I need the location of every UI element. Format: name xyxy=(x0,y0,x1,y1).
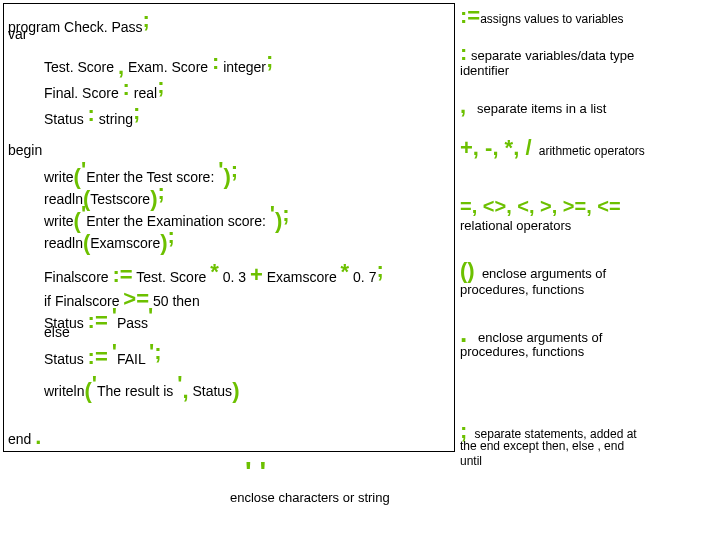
code-box: program Check. Pass; var Test. Score , E… xyxy=(3,3,455,452)
sym: ; xyxy=(157,73,164,99)
text: Test. Score xyxy=(136,269,206,285)
sym: ' xyxy=(81,201,86,227)
text: Enter the Examination score: xyxy=(86,213,266,229)
sym: ; xyxy=(168,223,175,249)
sym: ; xyxy=(143,7,150,33)
code-line-5: Status : string; xyxy=(44,104,140,130)
sym: . xyxy=(35,424,41,450)
text: if Finalscore xyxy=(44,293,119,309)
sym: ) xyxy=(232,378,239,404)
legend-quote-sym: ' ' xyxy=(245,456,266,488)
sym: : xyxy=(460,40,467,65)
sym: +, -, *, / xyxy=(460,135,532,160)
legend-dot2: procedures, functions xyxy=(460,344,584,359)
text: writeln xyxy=(44,383,84,399)
text: string xyxy=(99,111,133,127)
text: 0. 7 xyxy=(353,269,376,285)
text: Finalscore xyxy=(44,269,109,285)
sym: ( xyxy=(84,378,91,404)
text: Examscore xyxy=(90,235,160,251)
sym: + xyxy=(250,262,263,288)
text: procedures, functions xyxy=(460,344,584,359)
sym: := xyxy=(112,262,132,288)
code-line-2: var xyxy=(8,26,27,42)
legend-paren: () enclose arguments of xyxy=(460,258,606,284)
sym: : xyxy=(123,75,130,101)
sym: ' xyxy=(148,303,153,329)
sym: := xyxy=(460,3,480,28)
sym: ; xyxy=(231,157,238,183)
code-line-4: Final. Score : real; xyxy=(44,78,165,104)
sym: ' ' xyxy=(245,456,266,487)
text: enclose arguments of xyxy=(478,330,602,345)
text: relational operators xyxy=(460,218,571,233)
text: 50 then xyxy=(153,293,200,309)
text: Testscore xyxy=(90,191,150,207)
sym: ; xyxy=(133,99,140,125)
text: 0. 3 xyxy=(223,269,246,285)
legend-assign: :=assigns values to variables xyxy=(460,3,624,29)
text: var xyxy=(8,26,27,42)
sym: := xyxy=(88,308,108,334)
code-line-10: readln(Examscore); xyxy=(44,228,175,254)
sym: () xyxy=(460,258,475,283)
sym: ' xyxy=(81,157,86,183)
page: program Check. Pass; var Test. Score , E… xyxy=(0,0,720,540)
text: write xyxy=(44,213,74,229)
text: begin xyxy=(8,142,42,158)
text: readln xyxy=(44,235,83,251)
text: Pass xyxy=(117,315,148,331)
code-line-6: begin xyxy=(8,142,42,158)
sym: ' xyxy=(112,339,117,365)
legend-quote-txt: enclose characters or string xyxy=(230,490,390,505)
code-line-15: Status := 'FAIL '; xyxy=(44,344,162,370)
legend-arith: +, -, *, / arithmetic operators xyxy=(460,135,645,161)
text: enclose arguments of xyxy=(482,266,606,281)
legend-paren2: procedures, functions xyxy=(460,282,584,297)
text: the end except then, else , end xyxy=(460,439,624,453)
text: Examscore xyxy=(267,269,337,285)
sym: * xyxy=(341,259,350,285)
legend-semi3: until xyxy=(460,453,482,468)
text: FAIL xyxy=(117,351,145,367)
text: else xyxy=(44,324,70,340)
text: write xyxy=(44,169,74,185)
sym: := xyxy=(88,344,108,370)
code-line-11: Finalscore := Test. Score * 0. 3 + Exams… xyxy=(44,262,384,288)
legend-semi2: the end except then, else , end xyxy=(460,438,624,453)
text: The result is xyxy=(97,383,173,399)
sym: ' xyxy=(112,303,117,329)
text: separate variables/data type xyxy=(471,48,634,63)
text: enclose characters or string xyxy=(230,490,390,505)
text: readln xyxy=(44,191,83,207)
sym: * xyxy=(210,259,219,285)
text: until xyxy=(460,454,482,468)
sym: =, <>, <, >, >=, <= xyxy=(460,195,621,217)
sym: ; xyxy=(282,201,289,227)
text: Enter the Test score: xyxy=(86,169,214,185)
sym: : xyxy=(88,101,95,127)
sym: ; xyxy=(266,47,273,73)
text: procedures, functions xyxy=(460,282,584,297)
text: arithmetic operators xyxy=(539,144,645,158)
legend-colon2: identifier xyxy=(460,63,509,78)
text: Status xyxy=(192,383,232,399)
text: Status xyxy=(44,351,84,367)
sym: ; xyxy=(158,179,165,205)
legend-comma: , separate items in a list xyxy=(460,93,606,119)
text: program Check. Pass xyxy=(8,19,143,35)
text: Test. Score xyxy=(44,59,114,75)
sym: , xyxy=(182,378,188,404)
text: assigns values to variables xyxy=(480,12,623,26)
text: Exam. Score xyxy=(128,59,208,75)
sym: ; xyxy=(154,339,161,365)
sym: ; xyxy=(376,257,383,283)
sym: ) xyxy=(223,164,230,190)
text: end xyxy=(8,431,31,447)
text: Status xyxy=(44,111,84,127)
legend-rel: =, <>, <, >, >=, <= xyxy=(460,195,621,218)
code-line-14: else xyxy=(44,324,70,340)
sym: : xyxy=(212,49,219,75)
code-line-17: end . xyxy=(8,424,41,450)
text: identifier xyxy=(460,63,509,78)
